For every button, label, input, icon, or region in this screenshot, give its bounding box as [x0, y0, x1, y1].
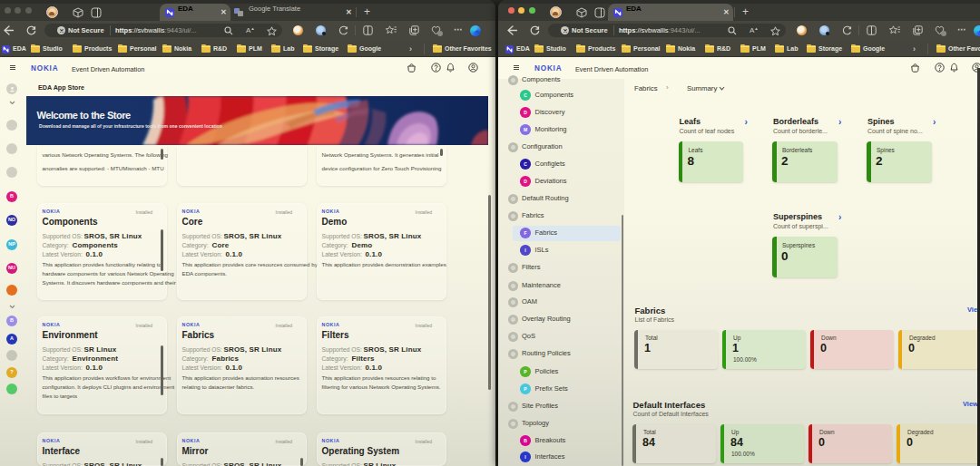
svg-text:NOKIA: NOKIA	[31, 64, 58, 72]
svg-text:NOKIA: NOKIA	[534, 64, 562, 72]
